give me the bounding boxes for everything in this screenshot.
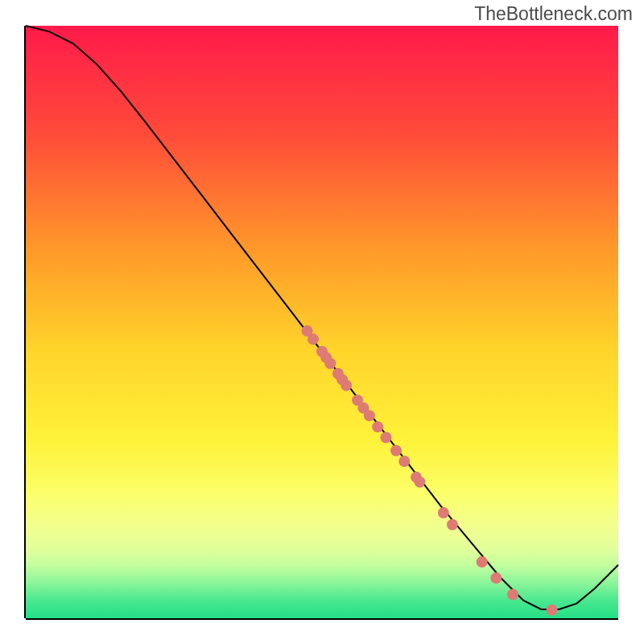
data-dot [324, 358, 336, 369]
data-dot [414, 477, 425, 488]
data-dot [372, 421, 383, 432]
data-dots [302, 325, 558, 616]
data-dot [380, 432, 391, 444]
watermark-text: TheBottleneck.com [474, 3, 633, 25]
data-dot [477, 556, 488, 568]
data-dot [364, 410, 375, 421]
data-dot [390, 445, 402, 456]
plot-layer [0, 0, 644, 644]
curve-path [26, 26, 618, 609]
bottleneck-curve [26, 26, 618, 609]
data-dot [507, 589, 518, 601]
data-dot [308, 333, 319, 345]
data-dot [341, 380, 352, 391]
data-dot [398, 456, 410, 467]
data-dot [438, 507, 449, 518]
data-dot [490, 572, 502, 584]
data-dot [447, 519, 458, 530]
data-dot [547, 605, 558, 616]
bottleneck-chart: TheBottleneck.com [0, 0, 644, 644]
